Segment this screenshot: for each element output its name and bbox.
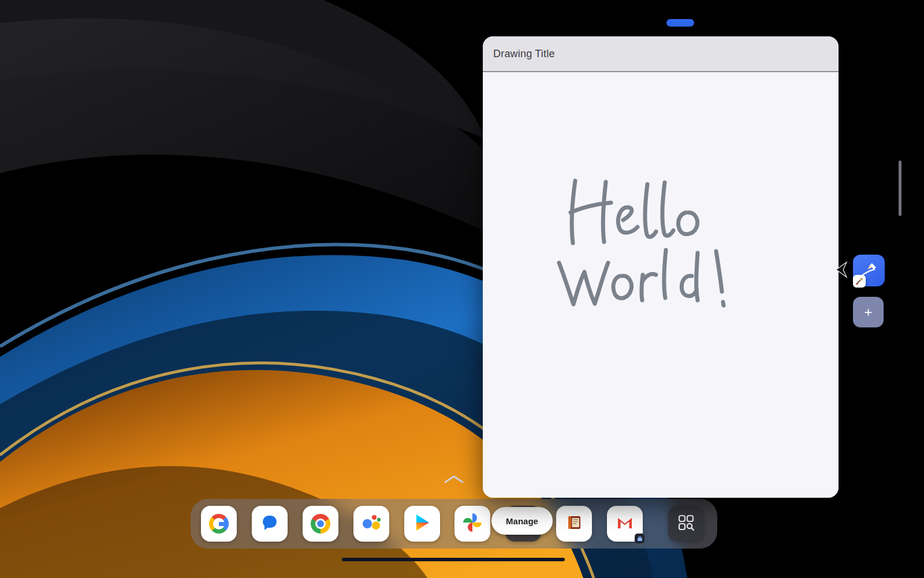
app-grid-search-icon — [676, 512, 696, 535]
dock-icon-assistant[interactable] — [353, 506, 389, 542]
window-title-bar[interactable]: Drawing Title — [483, 36, 839, 72]
window-title: Drawing Title — [493, 48, 555, 60]
google-g-icon — [209, 514, 229, 534]
plus-label: + — [864, 304, 872, 320]
dock: Manage — [191, 499, 717, 549]
photos-pinwheel-icon — [463, 513, 482, 535]
drawing-canvas[interactable] — [483, 72, 839, 498]
work-profile-badge-icon — [635, 534, 644, 543]
manage-button[interactable]: Manage — [491, 507, 553, 535]
drawing-app-window: Drawing Title — [483, 36, 839, 498]
dock-icon-google[interactable] — [201, 506, 237, 542]
messages-bubble-icon — [260, 513, 280, 535]
dock-icon-dictionary[interactable] — [556, 506, 592, 542]
drawing-mini-thumbnail — [853, 275, 866, 288]
dock-icon-photos[interactable] — [454, 506, 490, 542]
window-drag-handle[interactable] — [666, 19, 694, 27]
handwriting-hello-world — [483, 72, 839, 498]
gmail-icon — [615, 513, 635, 535]
edge-scrollbar[interactable] — [899, 161, 901, 216]
book-icon — [564, 513, 584, 535]
play-store-icon — [412, 513, 432, 535]
dock-icon-gmail[interactable] — [607, 506, 643, 542]
dock-icon-app-drawer-search[interactable] — [668, 506, 704, 542]
dock-expand-chevron[interactable] — [444, 475, 464, 486]
home-indicator[interactable] — [342, 558, 565, 561]
floating-add-button[interactable]: + — [853, 297, 884, 327]
dock-icon-chrome[interactable] — [303, 506, 338, 542]
chrome-icon — [311, 514, 330, 534]
dock-icon-messages[interactable] — [252, 506, 288, 542]
assistant-dots-icon — [361, 513, 382, 535]
dock-icon-play-store[interactable] — [404, 506, 440, 542]
